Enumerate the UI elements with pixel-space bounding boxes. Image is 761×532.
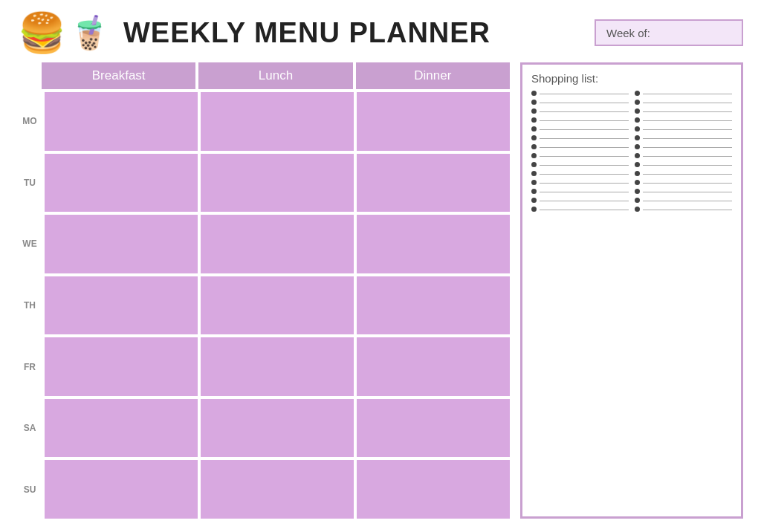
- list-item[interactable]: [531, 207, 629, 212]
- item-line: [540, 183, 629, 184]
- item-line: [643, 111, 732, 112]
- list-item[interactable]: [531, 153, 629, 158]
- mo-lunch[interactable]: [201, 92, 354, 151]
- item-line: [540, 94, 629, 94]
- fr-lunch[interactable]: [201, 337, 354, 396]
- bullet-icon: [635, 135, 640, 140]
- item-line: [643, 147, 732, 148]
- sa-breakfast[interactable]: [45, 399, 198, 458]
- mo-breakfast[interactable]: [45, 92, 198, 151]
- item-line: [540, 120, 629, 121]
- sa-lunch[interactable]: [201, 399, 354, 458]
- tu-lunch[interactable]: [201, 154, 354, 213]
- item-line: [540, 111, 629, 112]
- list-item[interactable]: [635, 117, 732, 123]
- fr-breakfast[interactable]: [45, 337, 198, 396]
- table-row: FR: [18, 337, 510, 396]
- list-item[interactable]: [635, 100, 732, 105]
- bullet-icon: [531, 198, 537, 203]
- list-item[interactable]: [531, 198, 629, 203]
- day-su: SU: [18, 484, 42, 495]
- bullet-icon: [531, 189, 537, 194]
- th-dinner[interactable]: [357, 276, 510, 335]
- shopping-col-right: [635, 91, 732, 510]
- item-line: [643, 120, 732, 121]
- bullet-icon: [531, 207, 537, 212]
- day-we: WE: [18, 239, 42, 249]
- bullet-icon: [635, 91, 640, 96]
- header: 🍔 🧋 WEEKLY MENU PLANNER Week of:: [18, 13, 743, 52]
- list-item[interactable]: [531, 108, 629, 114]
- list-item[interactable]: [531, 171, 629, 176]
- bullet-icon: [635, 162, 640, 167]
- item-line: [540, 138, 629, 139]
- list-item[interactable]: [531, 180, 629, 185]
- bullet-icon: [531, 144, 537, 149]
- list-item[interactable]: [635, 108, 732, 114]
- bullet-icon: [531, 180, 537, 185]
- shopping-list: Shopping list:: [520, 62, 743, 519]
- list-item[interactable]: [635, 189, 732, 194]
- item-line: [540, 147, 629, 148]
- we-breakfast[interactable]: [45, 215, 198, 273]
- item-line: [643, 156, 732, 157]
- main-content: Breakfast Lunch Dinner MO TU WE: [18, 62, 743, 519]
- list-item[interactable]: [635, 153, 732, 158]
- list-item[interactable]: [531, 189, 629, 194]
- list-item[interactable]: [635, 198, 732, 203]
- day-mo: MO: [18, 116, 42, 126]
- su-breakfast[interactable]: [45, 460, 198, 519]
- table-row: TU: [18, 154, 510, 213]
- bullet-icon: [531, 100, 537, 105]
- burger-icon: 🍔: [18, 13, 66, 52]
- list-item[interactable]: [531, 135, 629, 140]
- item-line: [643, 138, 732, 139]
- sa-dinner[interactable]: [357, 399, 510, 458]
- we-lunch[interactable]: [201, 215, 354, 273]
- fr-dinner[interactable]: [357, 337, 510, 396]
- item-line: [643, 210, 732, 210]
- list-item[interactable]: [531, 117, 629, 123]
- shopping-columns: [531, 91, 732, 510]
- list-item[interactable]: [531, 100, 629, 105]
- item-line: [643, 201, 732, 201]
- table-row: SA: [18, 399, 510, 458]
- list-item[interactable]: [635, 135, 732, 140]
- list-item[interactable]: [635, 171, 732, 176]
- list-item[interactable]: [635, 144, 732, 149]
- table-row: TH: [18, 276, 510, 335]
- shopping-col-left: [531, 91, 629, 510]
- mo-dinner[interactable]: [357, 92, 510, 151]
- item-line: [643, 174, 732, 175]
- tu-dinner[interactable]: [357, 154, 510, 213]
- list-item[interactable]: [531, 162, 629, 167]
- th-lunch[interactable]: [201, 276, 354, 335]
- item-line: [540, 201, 629, 201]
- col-header-breakfast: Breakfast: [42, 62, 195, 89]
- item-line: [540, 174, 629, 175]
- bullet-icon: [635, 108, 640, 114]
- we-dinner[interactable]: [357, 215, 510, 273]
- bullet-icon: [531, 126, 537, 132]
- bullet-icon: [531, 171, 537, 176]
- list-item[interactable]: [531, 144, 629, 149]
- list-item[interactable]: [635, 180, 732, 185]
- list-item[interactable]: [531, 91, 629, 96]
- tu-breakfast[interactable]: [45, 154, 198, 213]
- list-item[interactable]: [635, 207, 732, 212]
- table-row: MO: [18, 92, 510, 151]
- list-item[interactable]: [635, 162, 732, 167]
- list-item[interactable]: [635, 126, 732, 132]
- bullet-icon: [635, 207, 640, 212]
- day-th: TH: [18, 300, 42, 311]
- su-lunch[interactable]: [201, 460, 354, 519]
- th-breakfast[interactable]: [45, 276, 198, 335]
- page-title: WEEKLY MENU PLANNER: [123, 17, 595, 49]
- list-item[interactable]: [635, 91, 732, 96]
- day-tu: TU: [18, 178, 42, 188]
- su-dinner[interactable]: [357, 460, 510, 519]
- item-line: [540, 165, 629, 166]
- bullet-icon: [635, 171, 640, 176]
- week-of-box[interactable]: Week of:: [595, 19, 743, 46]
- list-item[interactable]: [531, 126, 629, 132]
